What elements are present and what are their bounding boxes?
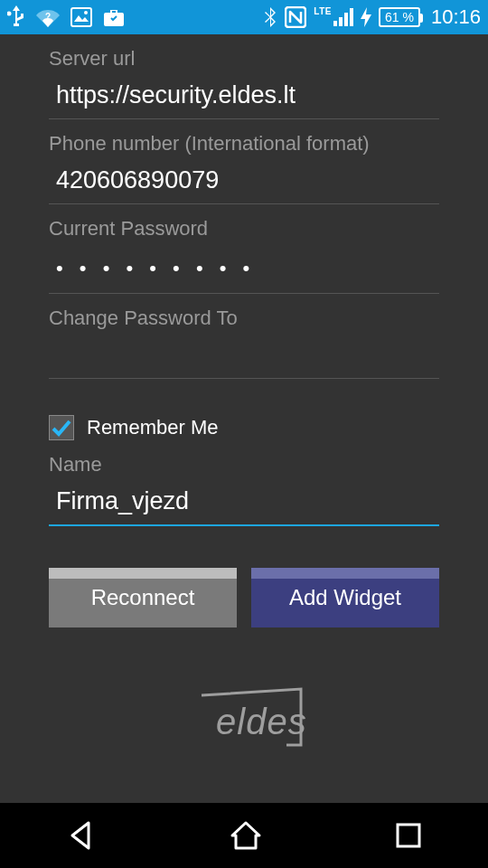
svg-rect-8: [339, 17, 343, 26]
usb-icon: [7, 5, 25, 29]
reconnect-button-label: Reconnect: [91, 585, 195, 610]
home-icon[interactable]: [229, 819, 263, 852]
signal-icon: [333, 8, 353, 26]
settings-form: Server url Phone number (International f…: [0, 47, 488, 754]
battery-text: 61 %: [385, 10, 414, 24]
navigation-bar: [0, 803, 488, 868]
add-widget-button-label: Add Widget: [289, 585, 401, 610]
add-widget-button[interactable]: Add Widget: [251, 568, 439, 627]
status-clock: 10:16: [431, 5, 481, 29]
svg-text:?: ?: [45, 12, 51, 22]
battery-indicator: 61 %: [379, 7, 420, 27]
server-url-input[interactable]: [49, 74, 439, 119]
remember-me-checkbox[interactable]: [49, 415, 74, 440]
gallery-icon: [70, 7, 92, 27]
nfc-icon: [285, 6, 306, 28]
svg-point-5: [84, 11, 88, 14]
recent-icon[interactable]: [394, 821, 423, 850]
charging-icon: [361, 7, 371, 27]
bluetooth-icon: [263, 6, 277, 28]
remember-me-label: Remember Me: [87, 416, 218, 439]
svg-rect-7: [333, 21, 337, 26]
briefcase-icon: [103, 7, 125, 27]
svg-point-1: [7, 12, 12, 16]
svg-rect-9: [344, 13, 348, 26]
name-label: Name: [49, 453, 439, 476]
svg-rect-13: [398, 825, 419, 846]
svg-rect-3: [71, 8, 91, 26]
change-password-input[interactable]: [49, 334, 439, 379]
phone-input[interactable]: [49, 159, 439, 204]
server-url-label: Server url: [49, 47, 439, 71]
wifi-icon: ?: [36, 7, 60, 27]
svg-marker-11: [361, 7, 371, 27]
status-bar: ? LTE 61 % 10:16: [0, 0, 488, 34]
network-type-label: LTE: [314, 6, 332, 16]
name-input[interactable]: [49, 480, 439, 526]
svg-marker-4: [74, 15, 89, 22]
change-password-label: Change Password To: [49, 307, 439, 330]
svg-rect-10: [350, 8, 353, 26]
current-password-label: Current Password: [49, 217, 439, 241]
current-password-input[interactable]: • • • • • • • • •: [49, 244, 439, 294]
back-icon[interactable]: [65, 819, 98, 852]
phone-label: Phone number (International format): [49, 132, 439, 156]
svg-text:eldes: eldes: [216, 702, 307, 741]
svg-marker-0: [8, 5, 24, 26]
brand-logo: eldes: [49, 682, 439, 754]
reconnect-button[interactable]: Reconnect: [49, 568, 237, 627]
